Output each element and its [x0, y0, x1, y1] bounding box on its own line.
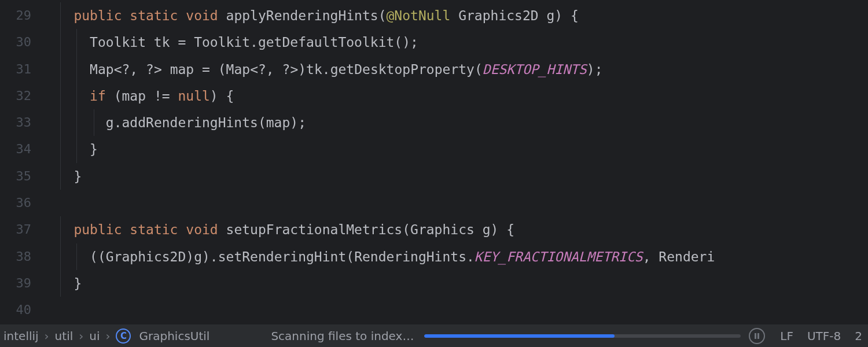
breadcrumb-item[interactable]: intellij — [3, 329, 39, 343]
line-number[interactable]: 30 — [0, 29, 31, 56]
editor-root: 293031323334353637383940 public static v… — [0, 0, 868, 347]
line-number[interactable]: 34 — [0, 136, 31, 163]
code-line[interactable]: } — [42, 163, 868, 190]
right-number-widget[interactable]: 2 — [855, 329, 862, 343]
line-number[interactable]: 38 — [0, 243, 31, 270]
line-number[interactable]: 33 — [0, 109, 31, 136]
line-number[interactable]: 29 — [0, 2, 31, 29]
code-line-content: if (map != null) { — [42, 88, 234, 104]
code-line[interactable]: public static void setupFractionalMetric… — [42, 216, 868, 243]
line-number[interactable]: 32 — [0, 83, 31, 109]
code-line[interactable] — [42, 190, 868, 216]
progress-fill — [424, 334, 614, 338]
code-line-content: g.addRenderingHints(map); — [42, 115, 306, 130]
code-line-content: Toolkit tk = Toolkit.getDefaultToolkit()… — [42, 35, 418, 50]
code-line[interactable]: } — [42, 136, 868, 163]
status-bar: intellij › util › ui › C GraphicsUtil Sc… — [0, 324, 868, 347]
code-line[interactable]: } — [42, 270, 868, 297]
code-line[interactable]: if (map != null) { — [42, 83, 868, 109]
code-line[interactable]: Toolkit tk = Toolkit.getDefaultToolkit()… — [42, 29, 868, 56]
pause-button[interactable] — [749, 328, 765, 344]
breadcrumb-item[interactable]: GraphicsUtil — [139, 329, 209, 343]
encoding-widget[interactable]: UTF-8 — [807, 329, 841, 343]
status-right-group: LF UTF-8 2 — [780, 329, 862, 343]
breadcrumb-item[interactable]: ui — [89, 329, 100, 343]
chevron-right-icon: › — [105, 329, 110, 343]
breadcrumb-item[interactable]: util — [55, 329, 73, 343]
gutter[interactable]: 293031323334353637383940 — [0, 2, 42, 324]
code-line[interactable]: g.addRenderingHints(map); — [42, 109, 868, 136]
line-number[interactable]: 31 — [0, 56, 31, 83]
code-body[interactable]: public static void applyRenderingHints(@… — [42, 2, 868, 324]
code-line[interactable]: public static void applyRenderingHints(@… — [42, 2, 868, 29]
code-line-content: } — [42, 142, 98, 157]
code-line-content: Map<?, ?> map = (Map<?, ?>)tk.getDesktop… — [42, 62, 603, 77]
indexing-progress[interactable] — [424, 328, 765, 344]
code-line[interactable] — [42, 297, 868, 323]
code-area: 293031323334353637383940 public static v… — [0, 0, 868, 324]
line-number[interactable]: 35 — [0, 163, 31, 190]
code-line[interactable]: ((Graphics2D)g).setRenderingHint(Renderi… — [42, 243, 868, 270]
chevron-right-icon: › — [79, 329, 83, 343]
code-line-content: } — [42, 276, 82, 291]
line-number[interactable]: 39 — [0, 270, 31, 297]
pause-icon — [755, 333, 759, 339]
progress-track — [424, 334, 741, 338]
code-line-content: ((Graphics2D)g).setRenderingHint(Renderi… — [42, 249, 715, 264]
line-number[interactable]: 40 — [0, 297, 31, 323]
code-line-content: public static void setupFractionalMetric… — [42, 222, 514, 237]
class-icon: C — [116, 328, 131, 344]
code-line-content: } — [42, 169, 82, 184]
breadcrumbs[interactable]: intellij › util › ui › C GraphicsUtil — [3, 328, 209, 344]
line-separator-widget[interactable]: LF — [780, 329, 793, 343]
chevron-right-icon: › — [45, 329, 49, 343]
line-number[interactable]: 36 — [0, 190, 31, 216]
code-line-content: public static void applyRenderingHints(@… — [42, 8, 579, 23]
indexing-status-text[interactable]: Scanning files to index… — [271, 329, 414, 343]
code-line[interactable]: Map<?, ?> map = (Map<?, ?>)tk.getDesktop… — [42, 56, 868, 83]
line-number[interactable]: 37 — [0, 216, 31, 243]
